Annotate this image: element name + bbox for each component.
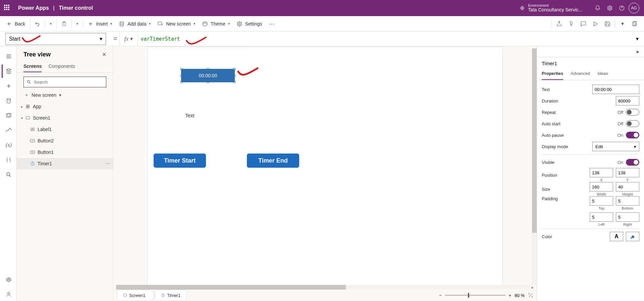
tree-item-screen1[interactable]: ▾ Screen1 [17,112,113,124]
rail-search-icon[interactable] [2,168,15,181]
prop-duration-input[interactable] [616,96,639,105]
share-icon[interactable] [553,18,565,30]
formula-expand-icon[interactable]: ▾ [631,36,644,42]
checker-icon[interactable] [565,18,577,30]
rail-virtual-agent-icon[interactable] [2,288,15,301]
button-timer-start[interactable]: Timer Start [154,154,206,168]
canvas[interactable]: 00:00:00 Text Timer Start Timer End [147,46,503,286]
tree-item-button2[interactable]: Button2 [17,135,113,146]
notifications-icon[interactable] [592,2,604,14]
palette-icon [202,21,208,27]
zoom-out-icon[interactable]: − [439,293,442,298]
tab-properties[interactable]: Properties [542,68,563,80]
tree-view-panel: Tree view ✕ Screens Components ＋New scre… [17,46,113,301]
prop-font-color-button[interactable]: A [610,232,623,241]
more-icon[interactable]: ⋯ [105,161,110,166]
undo-button[interactable] [32,19,44,29]
insert-button[interactable]: Insert▾ [85,19,115,29]
svg-point-7 [204,23,204,24]
svg-point-17 [8,279,10,281]
property-selector[interactable]: Start ▾ [5,33,106,45]
fx-button[interactable]: fx▾ [119,32,138,46]
paste-menu[interactable]: ▾ [73,20,82,28]
rail-variables-icon[interactable]: (x) [2,138,15,152]
tab-advanced[interactable]: Advanced [571,68,590,80]
rail-tools-icon[interactable] [2,153,15,167]
save-icon[interactable] [601,18,613,30]
timer-control[interactable]: 00:00:00 [181,69,235,82]
screen-icon [123,293,127,297]
tree-item-button1[interactable]: Button1 [17,146,113,158]
avatar[interactable]: AG [628,2,640,14]
new-screen-button[interactable]: New screen▾ [154,19,199,29]
zoom-slider[interactable] [445,295,505,296]
prop-visible-toggle[interactable] [626,159,639,166]
rail-hamburger-icon[interactable] [2,50,15,63]
theme-button[interactable]: Theme▾ [199,19,233,29]
tab-ideas[interactable]: Ideas [597,68,608,80]
overflow-button[interactable]: ⋯ [265,18,278,30]
svg-rect-23 [28,107,30,108]
rail-media-icon[interactable] [2,109,15,122]
tab-components[interactable]: Components [48,61,75,72]
breadcrumb: Screen1 Timer1 [117,290,187,301]
prop-padding-left-input[interactable] [590,212,613,222]
rail-tree-icon[interactable] [2,64,15,78]
new-screen-link[interactable]: ＋New screen▾ [17,89,113,101]
undo-menu[interactable]: ▾ [47,20,55,28]
app-header: Power Apps | Timer control Environment T… [0,0,644,16]
chevron-right-icon[interactable]: ▸ [637,48,639,55]
paint-bucket-icon [630,234,635,239]
prop-padding-right-input[interactable] [616,212,639,222]
tree-item-app[interactable]: ▸ App [17,101,113,112]
save-menu[interactable]: ▾ [616,18,629,30]
tree-item-timer1[interactable]: Timer1 ⋯ [17,158,113,169]
settings-button[interactable]: Settings [233,19,266,29]
app-launcher-icon[interactable] [4,5,11,11]
selected-control-name: Timer1 [537,57,644,68]
add-data-button[interactable]: Add data▾ [115,19,154,29]
label-icon [30,126,36,132]
tree-item-label1[interactable]: Label1 [17,124,113,135]
close-icon[interactable]: ✕ [102,51,106,58]
comments-icon[interactable] [577,18,589,30]
horizontal-scrollbar[interactable]: ◂▸ [116,285,534,290]
button-timer-end[interactable]: Timer End [247,154,299,168]
settings-gear-icon[interactable] [604,2,616,14]
prop-repeat-toggle[interactable] [626,109,639,116]
formula-input[interactable] [138,36,631,42]
fit-screen-icon[interactable] [528,293,533,298]
prop-padding-bottom-input[interactable] [616,196,639,206]
zoom-in-icon[interactable]: + [509,293,512,298]
rail-insert-icon[interactable] [2,79,15,93]
paste-button[interactable] [58,19,70,29]
screen-plus-icon [157,21,163,27]
label-control[interactable]: Text [185,113,195,118]
svg-rect-22 [26,107,28,108]
prop-autopause-toggle[interactable] [626,132,639,138]
vertical-scrollbar[interactable] [532,48,537,285]
preview-icon[interactable] [589,18,601,30]
breadcrumb-control[interactable]: Timer1 [155,290,187,301]
prop-padding-top-input[interactable] [590,196,613,206]
prop-text-input[interactable] [592,85,639,94]
rail-settings-icon[interactable] [2,273,15,286]
breadcrumb-screen[interactable]: Screen1 [117,290,152,301]
environment-picker[interactable]: Environment Tata Consultancy Servic... [520,3,582,12]
svg-rect-6 [158,22,162,25]
prop-height-input[interactable] [616,182,639,191]
prop-width-input[interactable] [590,182,613,191]
help-icon[interactable] [616,2,628,14]
prop-autostart-toggle[interactable] [626,120,639,127]
back-button[interactable]: Back [3,19,29,29]
rail-data-icon[interactable] [2,94,15,108]
publish-icon[interactable] [629,18,641,30]
rail-flows-icon[interactable] [2,124,15,137]
search-input[interactable] [34,80,103,85]
prop-fill-color-button[interactable] [626,232,639,241]
prop-x-input[interactable] [590,168,613,177]
tab-screens[interactable]: Screens [23,61,42,72]
prop-y-input[interactable] [616,168,639,177]
tree-search[interactable] [23,77,106,87]
prop-displaymode-select[interactable]: Edit▾ [592,142,639,151]
